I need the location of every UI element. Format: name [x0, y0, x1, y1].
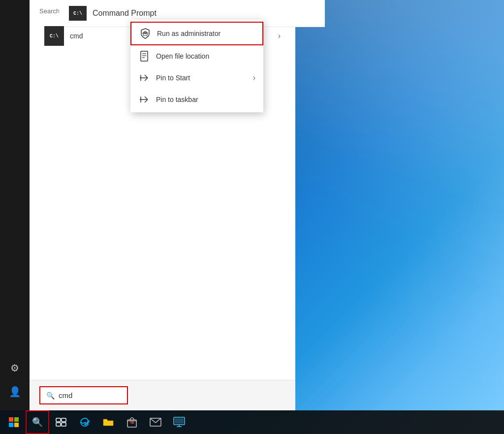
start-menu: ⚙ 👤 C:\ Command Prompt Search s C:\ cmd …: [0, 0, 295, 410]
svg-line-12: [145, 97, 148, 100]
result-text: cmd: [70, 32, 83, 40]
taskbar-files-button[interactable]: [96, 410, 120, 434]
result-cmd-icon: C:\: [44, 26, 64, 46]
cmd-icon-text: C:\: [71, 10, 84, 17]
svg-text:🛍: 🛍: [130, 420, 134, 425]
context-menu: Run as administrator Open file location: [130, 20, 263, 112]
svg-rect-15: [56, 418, 61, 422]
context-pin-to-taskbar[interactable]: Pin to taskbar: [130, 89, 263, 110]
svg-rect-16: [62, 418, 66, 422]
svg-rect-3: [141, 51, 148, 61]
cmd-header-title: Command Prompt: [93, 9, 157, 18]
sidebar-settings-icon[interactable]: ⚙: [5, 358, 25, 378]
taskbar-store-button[interactable]: 🛍: [120, 410, 144, 434]
search-box[interactable]: 🔍 cmd: [39, 386, 128, 404]
svg-line-8: [145, 75, 148, 78]
context-pin-to-start[interactable]: Pin to Start ›: [130, 67, 263, 89]
start-sidebar: ⚙ 👤: [0, 0, 30, 410]
start-main-content: C:\ Command Prompt Search s C:\ cmd ›: [30, 0, 295, 410]
pin-to-start-submenu-arrow: ›: [253, 73, 255, 82]
pin-to-start-icon: [138, 72, 150, 84]
svg-rect-17: [56, 423, 61, 426]
cmd-header-icon: C:\: [69, 6, 87, 21]
pin-to-taskbar-icon: [138, 94, 150, 105]
search-input-value: cmd: [59, 391, 72, 400]
search-box-container: 🔍 cmd: [30, 380, 295, 410]
windows-logo-icon: [9, 417, 19, 427]
svg-line-13: [145, 100, 148, 102]
search-box-icon: 🔍: [46, 392, 55, 400]
run-as-admin-icon: [139, 28, 151, 39]
taskbar-search-icon: 🔍: [32, 417, 43, 428]
svg-rect-18: [62, 423, 66, 426]
taskbar-mail-button[interactable]: [144, 410, 167, 434]
taskbar-rdp-button[interactable]: [167, 410, 191, 434]
run-as-admin-label: Run as administrator: [157, 30, 220, 37]
context-open-file-location[interactable]: Open file location: [130, 45, 263, 67]
open-file-location-label: Open file location: [156, 52, 209, 60]
sidebar-user-icon[interactable]: 👤: [5, 382, 25, 401]
result-icon-text: C:\: [48, 33, 61, 40]
svg-line-9: [145, 78, 148, 81]
pin-to-start-label: Pin to Start: [156, 74, 190, 82]
taskbar-search-button[interactable]: 🔍: [26, 410, 49, 434]
taskbar: 🔍 🛍: [0, 410, 504, 434]
svg-rect-26: [175, 418, 184, 424]
taskbar-task-view-button[interactable]: [49, 410, 73, 434]
context-run-as-admin[interactable]: Run as administrator: [130, 22, 263, 45]
result-chevron-icon: ›: [278, 32, 281, 40]
pin-to-taskbar-label: Pin to taskbar: [156, 96, 198, 103]
taskbar-start-button[interactable]: [2, 410, 26, 434]
open-file-location-icon: [138, 50, 150, 62]
taskbar-edge-button[interactable]: [73, 410, 96, 434]
